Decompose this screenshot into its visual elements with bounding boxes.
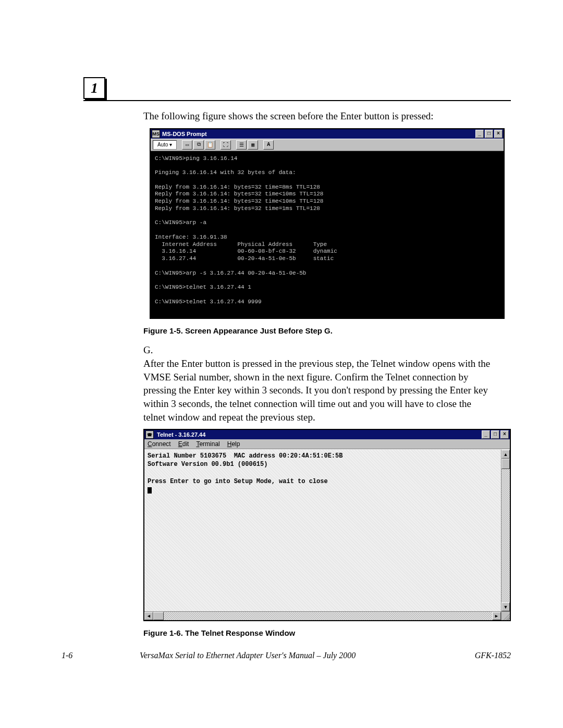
- telnet-line-2: Software Version 00.9b1 (000615): [148, 461, 267, 468]
- telnet-terminal-output: Serial Number 5103675 MAC address 00:20:…: [144, 450, 501, 611]
- msdos-terminal-output: C:\WIN95>ping 3.16.16.14 Pinging 3.16.16…: [151, 151, 504, 318]
- maximize-button[interactable]: □: [491, 430, 499, 439]
- toolbar-properties-button[interactable]: ☰: [236, 140, 247, 150]
- minimize-button[interactable]: _: [482, 430, 490, 439]
- msdos-title: MS-DOS Prompt: [162, 131, 474, 137]
- telnet-title: Telnet - 3.16.27.44: [157, 431, 481, 438]
- intro-paragraph: The following figure shows the screen be…: [143, 109, 511, 123]
- toolbar-fullscreen-button[interactable]: ⛶: [221, 140, 231, 150]
- scroll-up-button[interactable]: ▲: [501, 450, 510, 459]
- close-button[interactable]: ×: [500, 430, 509, 439]
- page-footer: 1-6 VersaMax Serial to Ethernet Adapter …: [62, 651, 511, 660]
- msdos-toolbar: Auto ▾ ▭ ⧉ 📋 ⛶ ☰ ▦ A: [151, 139, 504, 151]
- close-button[interactable]: ×: [494, 130, 503, 138]
- resize-grip[interactable]: [501, 612, 510, 620]
- telnet-menubar: Connect Edit Terminal Help: [144, 439, 510, 449]
- scroll-down-button[interactable]: ▼: [501, 602, 510, 611]
- toolbar-paste-button[interactable]: 📋: [205, 140, 215, 150]
- toolbar-copy-button[interactable]: ⧉: [193, 140, 204, 150]
- figure-1-5-caption: Figure 1-5. Screen Appearance Just Befor…: [143, 326, 511, 335]
- hscroll-track[interactable]: [164, 612, 492, 620]
- figure-1-6-caption: Figure 1-6. The Telnet Response Window: [143, 628, 511, 637]
- telnet-line-1: Serial Number 5103675 MAC address 00:20:…: [148, 452, 342, 460]
- toolbar-font-button[interactable]: A: [263, 140, 274, 150]
- menu-edit[interactable]: Edit: [178, 440, 189, 448]
- step-g: G. After the Enter button is pressed in …: [143, 343, 511, 424]
- font-size-label: Auto: [157, 142, 168, 147]
- hscroll-thumb[interactable]: [153, 612, 164, 620]
- chapter-number-badge: 1: [83, 77, 105, 99]
- msdos-window: MS MS-DOS Prompt _ □ × Auto ▾ ▭ ⧉ 📋 ⛶ ☰: [150, 128, 505, 319]
- header-rule: [83, 100, 511, 101]
- telnet-line-3: Press Enter to go into Setup Mode, wait …: [148, 478, 328, 485]
- page-number: 1-6: [62, 651, 124, 660]
- vertical-scrollbar[interactable]: ▲ ▼: [501, 450, 510, 611]
- menu-connect[interactable]: Connect: [148, 440, 171, 448]
- scroll-right-button[interactable]: ►: [492, 612, 501, 620]
- scroll-thumb[interactable]: [501, 459, 510, 469]
- telnet-titlebar: ☎ Telnet - 3.16.27.44 _ □ ×: [144, 430, 510, 439]
- minimize-button[interactable]: _: [475, 130, 484, 138]
- step-g-label: G.: [143, 343, 158, 357]
- horizontal-scrollbar[interactable]: ◄ ►: [144, 612, 501, 620]
- telnet-system-icon[interactable]: ☎: [145, 430, 154, 439]
- toolbar-mark-button[interactable]: ▭: [182, 140, 192, 150]
- msdos-titlebar: MS MS-DOS Prompt _ □ ×: [151, 129, 504, 139]
- dropdown-icon: ▾: [169, 142, 172, 147]
- step-g-body: After the Enter button is pressed in the…: [143, 357, 494, 424]
- maximize-button[interactable]: □: [485, 130, 493, 138]
- menu-terminal[interactable]: Terminal: [196, 440, 219, 448]
- toolbar-background-button[interactable]: ▦: [248, 140, 258, 150]
- footer-doc-number: GFK-1852: [448, 651, 511, 660]
- scroll-left-button[interactable]: ◄: [144, 612, 153, 620]
- msdos-system-icon[interactable]: MS: [152, 130, 160, 138]
- scroll-track[interactable]: [501, 469, 510, 602]
- menu-help[interactable]: Help: [227, 440, 240, 448]
- telnet-window: ☎ Telnet - 3.16.27.44 _ □ × Connect Edit…: [143, 429, 511, 621]
- font-size-selector[interactable]: Auto ▾: [153, 140, 177, 150]
- footer-manual-title: VersaMax Serial to Ethernet Adapter User…: [124, 651, 448, 660]
- text-cursor: [148, 487, 152, 493]
